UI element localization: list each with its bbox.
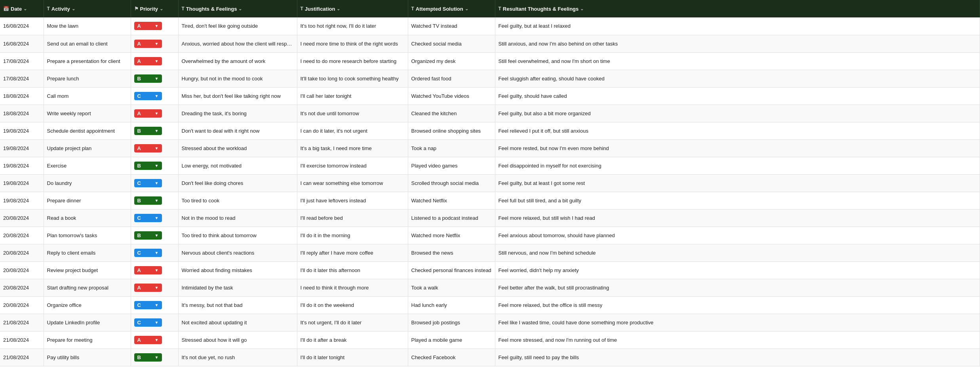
badge-dropdown-arrow: ▼ — [155, 198, 159, 203]
table-row: 16/08/2024 Send out an email to client A… — [0, 35, 980, 52]
priority-badge[interactable]: C ▼ — [134, 214, 162, 222]
cell-priority: C ▼ — [131, 314, 178, 331]
priority-badge[interactable]: C ▼ — [134, 301, 162, 309]
cell-date: 20/08/2024 — [0, 209, 44, 227]
sort-icon-attempted: ⌄ — [465, 6, 468, 11]
main-table-container: 📅 Date ⌄ T Activity ⌄ ⚑ Priority — [0, 0, 980, 366]
table-row: 21/08/2024 Prepare for meeting A ▼ Stres… — [0, 331, 980, 348]
cell-justification: I'll reply after I have more coffee — [297, 244, 408, 261]
cell-resultant: Feel guilty, should have called — [495, 87, 980, 105]
text-icon-activity: T — [47, 6, 50, 11]
col-header-attempted[interactable]: T Attempted Solution ⌄ — [408, 0, 495, 17]
priority-badge[interactable]: B ▼ — [134, 231, 162, 240]
cell-resultant: Feel guilty, but at least I relaxed — [495, 17, 980, 35]
badge-dropdown-arrow: ▼ — [155, 164, 159, 168]
badge-dropdown-arrow: ▼ — [155, 59, 159, 63]
cell-justification: I'll read before bed — [297, 209, 408, 227]
cell-priority: A ▼ — [131, 35, 178, 52]
cell-attempted: Ordered fast food — [408, 70, 495, 87]
cell-resultant: Feel more relaxed, but the office is sti… — [495, 296, 980, 314]
col-justification-label: Justification — [305, 6, 335, 12]
text-icon-attempted: T — [411, 6, 414, 11]
cell-justification: It's not urgent, I'll do it later — [297, 314, 408, 331]
table-row: 19/08/2024 Update project plan A ▼ Stres… — [0, 139, 980, 157]
col-header-justification[interactable]: T Justification ⌄ — [297, 0, 408, 17]
cell-thoughts: Don't want to deal with it right now — [178, 122, 297, 139]
col-header-thoughts[interactable]: T Thoughts & Feelings ⌄ — [178, 0, 297, 17]
flag-icon: ⚑ — [134, 6, 139, 11]
cell-justification: I can wear something else tomorrow — [297, 174, 408, 192]
table-row: 20/08/2024 Start drafting new proposal A… — [0, 279, 980, 296]
cell-priority: B ▼ — [131, 122, 178, 139]
text-icon-justification: T — [301, 6, 303, 11]
cell-resultant: Still anxious, and now I'm also behind o… — [495, 35, 980, 52]
priority-badge[interactable]: B ▼ — [134, 127, 162, 135]
priority-badge[interactable]: C ▼ — [134, 179, 162, 187]
cell-resultant: Feel more rested, but now I'm even more … — [495, 139, 980, 157]
cell-resultant: Feel guilty, still need to pay the bills — [495, 348, 980, 366]
cell-resultant: Feel like I wasted time, could have done… — [495, 314, 980, 331]
table-row: 18/08/2024 Write weekly report A ▼ Dread… — [0, 105, 980, 122]
table-row: 19/08/2024 Schedule dentist appointment … — [0, 122, 980, 139]
data-table: 📅 Date ⌄ T Activity ⌄ ⚑ Priority — [0, 0, 980, 366]
cell-justification: I need to do more research before starti… — [297, 52, 408, 70]
text-icon-thoughts: T — [182, 6, 185, 11]
cell-justification: I'll do it after a break — [297, 331, 408, 348]
cell-attempted: Took a walk — [408, 279, 495, 296]
cell-date: 17/08/2024 — [0, 70, 44, 87]
priority-badge[interactable]: A ▼ — [134, 109, 162, 118]
priority-badge[interactable]: A ▼ — [134, 22, 162, 30]
cell-date: 20/08/2024 — [0, 261, 44, 279]
col-header-activity[interactable]: T Activity ⌄ — [44, 0, 131, 17]
col-header-priority[interactable]: ⚑ Priority ⌄ — [131, 0, 178, 17]
priority-badge[interactable]: A ▼ — [134, 57, 162, 65]
cell-attempted: Watched TV instead — [408, 17, 495, 35]
cell-activity: Do laundry — [44, 174, 131, 192]
col-header-resultant[interactable]: T Resultant Thoughts & Feelings ⌄ — [495, 0, 980, 17]
priority-badge[interactable]: A ▼ — [134, 284, 162, 292]
cell-date: 18/08/2024 — [0, 87, 44, 105]
cell-thoughts: Worried about finding mistakes — [178, 261, 297, 279]
col-header-date[interactable]: 📅 Date ⌄ — [0, 0, 44, 17]
cell-priority: A ▼ — [131, 139, 178, 157]
cell-priority: A ▼ — [131, 279, 178, 296]
col-attempted-label: Attempted Solution — [416, 6, 463, 12]
priority-badge[interactable]: B ▼ — [134, 74, 162, 83]
priority-badge[interactable]: C ▼ — [134, 249, 162, 257]
priority-badge[interactable]: A ▼ — [134, 336, 162, 344]
cell-date: 21/08/2024 — [0, 314, 44, 331]
badge-dropdown-arrow: ▼ — [155, 42, 159, 46]
cell-resultant: Feel guilty, but also a bit more organiz… — [495, 105, 980, 122]
table-row: 20/08/2024 Read a book C ▼ Not in the mo… — [0, 209, 980, 227]
cell-thoughts: Dreading the task, it's boring — [178, 105, 297, 122]
cell-attempted: Watched Netflix — [408, 192, 495, 209]
cell-priority: B ▼ — [131, 70, 178, 87]
priority-badge[interactable]: C ▼ — [134, 318, 162, 327]
cell-attempted: Browsed online shopping sites — [408, 122, 495, 139]
priority-badge[interactable]: B ▼ — [134, 162, 162, 170]
cell-attempted: Checked Facebook — [408, 348, 495, 366]
sort-icon-activity: ⌄ — [72, 6, 75, 11]
cell-date: 19/08/2024 — [0, 157, 44, 174]
priority-badge[interactable]: A ▼ — [134, 40, 162, 48]
priority-badge[interactable]: B ▼ — [134, 353, 162, 362]
cell-date: 21/08/2024 — [0, 348, 44, 366]
priority-badge[interactable]: B ▼ — [134, 196, 162, 205]
badge-dropdown-arrow: ▼ — [155, 216, 159, 220]
priority-badge[interactable]: A ▼ — [134, 144, 162, 152]
table-row: 19/08/2024 Prepare dinner B ▼ Too tired … — [0, 192, 980, 209]
cell-attempted: Scrolled through social media — [408, 174, 495, 192]
cell-justification: I need more time to think of the right w… — [297, 35, 408, 52]
badge-dropdown-arrow: ▼ — [155, 129, 159, 133]
badge-dropdown-arrow: ▼ — [155, 94, 159, 98]
cell-priority: A ▼ — [131, 52, 178, 70]
cell-resultant: Feel full but still tired, and a bit gui… — [495, 192, 980, 209]
cell-priority: C ▼ — [131, 87, 178, 105]
cell-thoughts: Hungry, but not in the mood to cook — [178, 70, 297, 87]
badge-dropdown-arrow: ▼ — [155, 320, 159, 325]
cell-activity: Start drafting new proposal — [44, 279, 131, 296]
cell-thoughts: Too tired to cook — [178, 192, 297, 209]
priority-badge[interactable]: A ▼ — [134, 266, 162, 274]
priority-badge[interactable]: C ▼ — [134, 92, 162, 100]
cell-date: 16/08/2024 — [0, 17, 44, 35]
